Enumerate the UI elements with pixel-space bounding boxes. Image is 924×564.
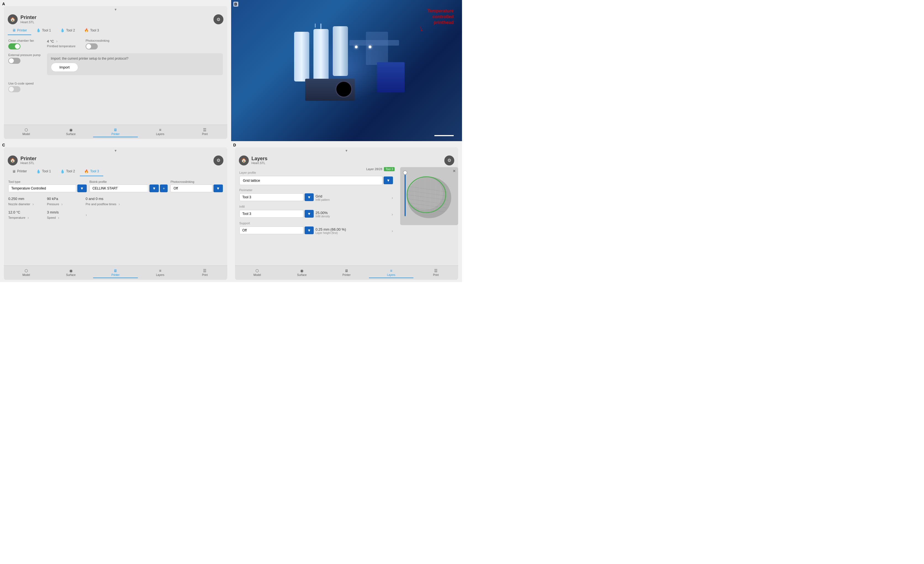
settings-row-1: Clean chamber fan 4 °C › Printbed temper…	[8, 39, 223, 50]
tab-a-tool1[interactable]: 💧 Tool 1	[32, 26, 55, 35]
tab-a-tool2[interactable]: 💧 Tool 2	[56, 26, 79, 35]
chevron-up-d: ▾	[235, 147, 458, 153]
tab-a-printer[interactable]: 🖥 Printer	[8, 26, 31, 35]
nav-c-print[interactable]: ☰ Print	[183, 267, 227, 278]
infill-detail-label: Infill density	[315, 215, 390, 218]
infill-dropdown: Tool 3 ▼	[239, 210, 314, 218]
support-btn[interactable]: ▼	[304, 226, 314, 234]
gear-icon-a[interactable]: ⚙	[213, 14, 224, 24]
nav-layers-icon-a: ≡	[159, 128, 161, 132]
annotation-arrow: ↑	[418, 24, 425, 34]
perimeter-detail-value: Grid	[315, 194, 390, 198]
nav-d-surface[interactable]: ◉ Surface	[279, 267, 324, 278]
photocrosslinking-knob-a	[86, 44, 91, 49]
support-arrow[interactable]: ›	[392, 229, 393, 233]
perimeter-detail: Grid Infill pattern	[315, 194, 390, 201]
prepost-arrow[interactable]: ›	[118, 202, 120, 206]
nav-d-print[interactable]: ☰ Print	[413, 267, 458, 278]
home-icon-a[interactable]: 🏠	[8, 14, 18, 24]
layer-profile-btn[interactable]: ▼	[384, 177, 393, 184]
layer-slider-track[interactable]	[405, 172, 406, 216]
panel-d: ▾ 🏠 Layers Heart.STL ⚙ Layer 28/28 Tool …	[235, 147, 458, 280]
nav-c-model[interactable]: ⬡ Model	[4, 267, 49, 278]
layer-slider-thumb[interactable]	[403, 170, 407, 175]
nav-a-surface[interactable]: ◉ Surface	[49, 126, 93, 137]
tool-type-group: Tool type Temperature Controlled ▼	[8, 180, 87, 194]
heart-3d-svg	[400, 167, 455, 222]
bioink-plus-btn[interactable]: +	[160, 184, 168, 192]
perimeter-row: Tool 3 ▼ Grid Infill pattern ›	[239, 194, 393, 202]
nav-c-layers[interactable]: ≡ Layers	[138, 267, 183, 278]
infill-arrow[interactable]: ›	[392, 212, 393, 216]
perimeter-tool-btn[interactable]: ▼	[304, 194, 314, 201]
speed-arrow[interactable]: ›	[58, 215, 59, 220]
tab-a-tool3[interactable]: 🔥 Tool 3	[80, 26, 103, 35]
tool-type-field[interactable]: Temperature Controlled	[8, 184, 76, 192]
tab-c-printer[interactable]: 🖥 Printer	[8, 167, 31, 176]
panel-header-d: 🏠 Layers Heart.STL ⚙	[235, 153, 458, 167]
perimeter-tool-field[interactable]: Tool 3	[239, 194, 303, 201]
speed-value: 3 mm/s	[47, 210, 80, 214]
gear-icon-d[interactable]: ⚙	[444, 156, 454, 165]
prepost-setting: 0 and 0 ms Pre and postflow times ›	[86, 196, 120, 206]
temp-arrow[interactable]: ›	[28, 215, 29, 220]
nav-d-printer[interactable]: 🖥 Printer	[324, 267, 369, 278]
connector-2	[366, 32, 388, 65]
bioink-btn[interactable]: ▼	[149, 184, 159, 192]
gcode-speed-toggle[interactable]	[8, 86, 20, 92]
water-drop-2	[315, 24, 316, 28]
extra-setting-c: ›	[86, 213, 119, 217]
support-field[interactable]: Off	[239, 226, 303, 234]
layer-profile-section: Layer profile Grid lattice ▼	[239, 171, 393, 185]
home-icon-c[interactable]: 🏠	[8, 156, 18, 165]
extra-arrow[interactable]: ›	[86, 213, 87, 217]
ext-pressure-toggle[interactable]	[8, 58, 20, 64]
bottom-nav-a: ⬡ Model ◉ Surface 🖥 Printer ≡ Layers ☰	[4, 124, 227, 139]
nozzle-arrow[interactable]: ›	[32, 202, 34, 206]
close-3d-btn[interactable]: ✕	[453, 169, 456, 173]
nav-d-layers[interactable]: ≡ Layers	[369, 267, 414, 278]
nav-a-printer[interactable]: 🖥 Printer	[93, 126, 138, 137]
infill-tool-btn[interactable]: ▼	[304, 210, 314, 218]
nav-d-model[interactable]: ⬡ Model	[235, 267, 280, 278]
support-label: Support	[239, 222, 393, 225]
panel-subtitle-d: Heart.STL	[252, 161, 268, 165]
photocrosslinking-field[interactable]: Off	[170, 184, 212, 192]
printbed-temp-setting: 4 °C › Printbed temperature	[47, 39, 80, 48]
home-icon-d[interactable]: 🏠	[239, 156, 249, 165]
photocrosslinking-btn[interactable]: ▼	[213, 184, 223, 192]
import-section: Import: the current printer setup to the…	[47, 53, 223, 78]
temp-setting: 12.0 °C Temperature ›	[8, 210, 41, 220]
printbed-temp-arrow[interactable]: ›	[56, 39, 57, 44]
gcode-speed-label: Use G-code speed	[8, 82, 41, 85]
infill-label: Infill	[239, 205, 393, 208]
photocrosslinking-group-c: Photocrosslinking Off ▼	[170, 180, 223, 194]
photocrosslinking-toggle-a[interactable]	[86, 44, 98, 50]
temp-label: Temperature	[8, 216, 26, 219]
tool-type-dropdown: Temperature Controlled ▼	[8, 184, 87, 192]
nav-c-printer[interactable]: 🖥 Printer	[93, 267, 138, 278]
tab-c-tool3[interactable]: 🔥 Tool 3	[80, 167, 103, 176]
tool-type-btn[interactable]: ▼	[77, 184, 87, 192]
perimeter-label: Perimeter	[239, 188, 393, 192]
tab-c-tool1[interactable]: 💧 Tool 1	[32, 167, 55, 176]
tab-c-tool2[interactable]: 💧 Tool 2	[56, 167, 79, 176]
nav-c-surface[interactable]: ◉ Surface	[49, 267, 93, 278]
support-detail: 0.25 mm (66.00 %) Layer height (first)	[315, 227, 390, 234]
prepost-label: Pre and postflow times	[86, 202, 116, 206]
gear-icon-c[interactable]: ⚙	[213, 156, 224, 165]
clean-chamber-toggle[interactable]	[8, 44, 20, 50]
infill-section: Infill Tool 3 ▼ 25.00% Infill density ›	[239, 205, 393, 219]
panel-content-a: Clean chamber fan 4 °C › Printbed temper…	[4, 35, 227, 124]
nav-a-layers[interactable]: ≡ Layers	[138, 126, 183, 137]
nav-a-print[interactable]: ☰ Print	[183, 126, 227, 137]
import-button[interactable]: Import	[51, 63, 78, 72]
nav-a-model[interactable]: ⬡ Model	[4, 126, 49, 137]
infill-tool-field[interactable]: Tool 3	[239, 210, 303, 218]
pressure-arrow[interactable]: ›	[61, 202, 63, 206]
tabs-a: 🖥 Printer 💧 Tool 1 💧 Tool 2 🔥 Tool 3	[4, 26, 227, 35]
layer-profile-field[interactable]: Grid lattice	[239, 176, 383, 185]
bioink-field[interactable]: CELLINK START	[90, 184, 148, 192]
layer-settings-left: Layer profile Grid lattice ▼ Perimeter T…	[239, 171, 393, 236]
perimeter-arrow[interactable]: ›	[392, 195, 393, 200]
